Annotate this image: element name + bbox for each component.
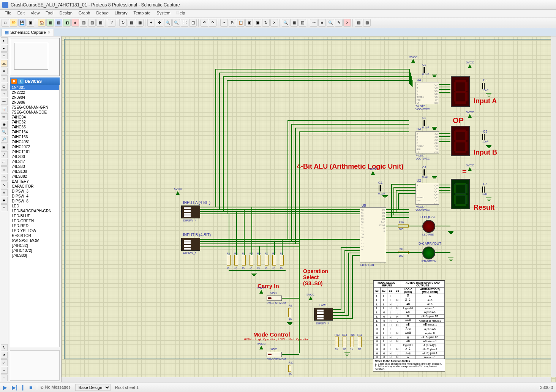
paste-icon[interactable]: 📋: [237, 19, 245, 27]
decoder-u3[interactable]: ABCDBI/RBORBILTQAQBQCQDQEQFQG: [415, 82, 439, 104]
subckt-tool-icon[interactable]: ▢: [1, 83, 8, 90]
device-item[interactable]: [74LS00]: [10, 253, 59, 258]
device-item[interactable]: LED-GREEN: [10, 218, 59, 223]
menu-library[interactable]: Library: [112, 10, 131, 17]
menu-file[interactable]: File: [2, 10, 14, 17]
refresh-icon[interactable]: ↻: [119, 19, 127, 27]
device-item[interactable]: LED-BARGRAPH-GRN: [10, 209, 59, 213]
component-tool-icon[interactable]: ▸: [1, 45, 8, 52]
device-item[interactable]: 74HC164: [10, 130, 59, 134]
label-tool-icon[interactable]: LBL: [1, 60, 8, 67]
open-icon[interactable]: 📂: [10, 19, 17, 27]
box-tool-icon[interactable]: ▭: [1, 159, 8, 166]
grid-icon[interactable]: ▦: [128, 19, 135, 27]
sw2-switch[interactable]: [267, 352, 282, 357]
device-item[interactable]: 74LS382: [10, 174, 59, 179]
mode-p-icon[interactable]: P: [11, 79, 17, 84]
menu-help[interactable]: Help: [174, 10, 188, 17]
terminal-tool-icon[interactable]: ⊸: [1, 90, 8, 97]
device-item[interactable]: 2N2222: [10, 90, 59, 95]
save-icon[interactable]: 💾: [18, 19, 26, 27]
flip-h-icon[interactable]: ↔: [1, 367, 8, 374]
netlist-icon[interactable]: ▤: [355, 19, 362, 27]
device-item[interactable]: 74HC166: [10, 134, 59, 139]
bom-icon[interactable]: ▥: [80, 19, 87, 27]
menu-view[interactable]: View: [28, 10, 43, 17]
origin-icon[interactable]: +: [147, 19, 155, 27]
device-item[interactable]: 1N4001: [10, 85, 59, 90]
menu-debug[interactable]: Debug: [93, 10, 111, 17]
cut-icon[interactable]: ✂: [220, 19, 228, 27]
stop-icon[interactable]: ■: [29, 384, 32, 390]
home-icon[interactable]: 🏠: [38, 19, 46, 27]
close-icon[interactable]: ▣: [27, 19, 34, 27]
search-icon[interactable]: 🔍: [327, 19, 334, 27]
junction-tool-icon[interactable]: +: [1, 52, 8, 59]
device-item[interactable]: LED-RED: [10, 223, 59, 228]
line-tool-icon[interactable]: ╱: [1, 151, 8, 158]
flip-v-icon[interactable]: ↕: [1, 375, 8, 381]
devpin-tool-icon[interactable]: ⊷: [1, 98, 8, 105]
dipswitch-a[interactable]: [181, 205, 200, 218]
sw1-switch[interactable]: [267, 296, 282, 301]
play-icon[interactable]: ▶: [3, 384, 7, 390]
device-item[interactable]: 74LS83: [10, 164, 59, 169]
grid2-icon[interactable]: ▦: [136, 19, 144, 27]
rotate-cw-icon[interactable]: ↻: [1, 344, 8, 351]
text-tool-icon[interactable]: ≡: [1, 68, 8, 74]
erc-icon[interactable]: ▨: [88, 19, 96, 27]
device-item[interactable]: LED: [10, 204, 59, 209]
zoomall-icon[interactable]: ⛶: [181, 19, 188, 27]
device-item[interactable]: 74HC32: [10, 120, 59, 125]
schematic-icon[interactable]: ▦: [46, 19, 54, 27]
device-item[interactable]: 74HC85: [10, 125, 59, 130]
menu-design[interactable]: Design: [57, 10, 76, 17]
device-item[interactable]: 74HC4072: [10, 144, 59, 149]
device-item[interactable]: 7SEG-COM-ANODE: [10, 110, 59, 115]
pcb-icon[interactable]: ▤: [55, 19, 62, 27]
pause-icon[interactable]: ||: [22, 384, 25, 390]
select-tool-icon[interactable]: ▸: [1, 37, 8, 44]
blockrotate-icon[interactable]: ↻: [262, 19, 270, 27]
zoomarea-icon[interactable]: ◰: [189, 19, 197, 27]
mode-l-icon[interactable]: L: [18, 79, 24, 84]
device-item[interactable]: BATTERY: [10, 179, 59, 184]
dipswitch-b[interactable]: [181, 238, 200, 251]
menu-edit[interactable]: Edit: [14, 10, 28, 17]
3d-icon[interactable]: ◧: [63, 19, 71, 27]
menu-tool[interactable]: Tool: [43, 10, 56, 17]
device-item[interactable]: DIPSW_8: [10, 199, 59, 204]
arc-tool-icon[interactable]: ◠: [1, 174, 8, 181]
decoder-u2[interactable]: ABCDBI/RBORBILTQAQBQCQDQEQFQG: [415, 183, 439, 205]
device-item[interactable]: LED-YELLOW: [10, 228, 59, 233]
bus-tool-icon[interactable]: ≡: [1, 75, 8, 82]
v-scrollbar[interactable]: [551, 36, 556, 377]
device-item[interactable]: CAPACITOR: [10, 184, 59, 189]
gerber-icon[interactable]: ◈: [71, 19, 79, 27]
overview-panel[interactable]: [10, 38, 60, 76]
gen-tool-icon[interactable]: ◉: [1, 121, 8, 128]
symbol-tool-icon[interactable]: ◆: [1, 197, 8, 204]
device-item[interactable]: DIPSW_3: [10, 189, 59, 194]
package-icon[interactable]: ▦: [290, 19, 298, 27]
pan-icon[interactable]: ✥: [156, 19, 163, 27]
undo-icon[interactable]: ↶: [201, 19, 208, 27]
alu-u5[interactable]: A0A1A2A3B0B1B2B3CNS0S1S2S3MF0F1F2F3A=BCN…: [360, 207, 386, 262]
zoomout-icon[interactable]: 🔍: [172, 19, 180, 27]
copy-icon[interactable]: ⎘: [229, 19, 236, 27]
property-icon[interactable]: ✎: [335, 19, 343, 27]
tape-tool-icon[interactable]: ▭: [1, 113, 8, 120]
menu-system[interactable]: System: [153, 10, 174, 17]
graph-tool-icon[interactable]: 📊: [1, 106, 8, 112]
device-item[interactable]: [74HC32]: [10, 243, 59, 248]
probe-v-tool-icon[interactable]: 🔍: [1, 128, 8, 135]
device-item[interactable]: 74LS138: [10, 169, 59, 174]
device-item[interactable]: 74HCT181: [10, 149, 59, 154]
blockdel-icon[interactable]: ✕: [270, 19, 278, 27]
menu-template[interactable]: Template: [130, 10, 153, 17]
device-item[interactable]: 74LS00: [10, 154, 59, 159]
pick-icon[interactable]: 🔍: [282, 19, 289, 27]
new-icon[interactable]: □: [2, 19, 9, 27]
design-select[interactable]: Base Design: [75, 384, 111, 391]
erc2-icon[interactable]: ▤: [363, 19, 371, 27]
